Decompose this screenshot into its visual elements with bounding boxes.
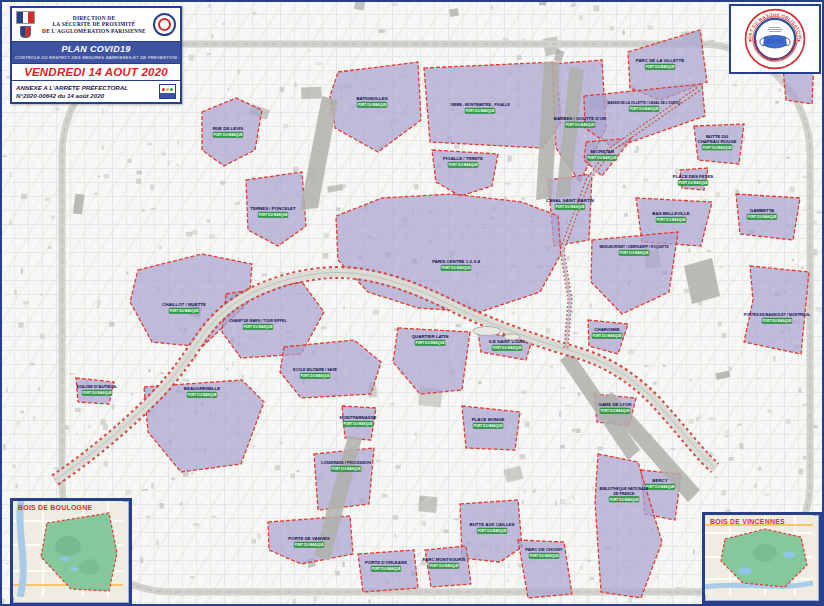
seine-inset [20, 501, 23, 597]
zone-badge-label: PORT DU MASQUE [343, 422, 372, 426]
inset-bois-de-vincennes: BOIS DE VINCENNES [702, 512, 822, 604]
zone-label: BERCY [652, 478, 667, 483]
zone-badge-label: PORT DU MASQUE [592, 334, 621, 338]
zone-label: PARC DE CHOISY [525, 547, 563, 552]
zone-label: ILE SAINT LOUIS [489, 339, 525, 344]
zone-badge-label: PORT DU MASQUE [702, 146, 731, 150]
zone-label: GARE DE LYON [598, 402, 631, 407]
zone-badge-label: PORT DU MASQUE [441, 266, 470, 270]
zone-badge-label: PORT DU MASQUE [415, 341, 444, 345]
direction-title: DIRECTION DE LA SÉCURITÉ DE PROXIMITÉ DE… [39, 15, 149, 35]
zone-badge-label: PORT DU MASQUE [555, 205, 584, 209]
zone-label: DE FRANCE [614, 492, 636, 496]
zone-label: GAMBETTA [750, 208, 775, 213]
seal-star-right: ★ [797, 38, 801, 43]
zone-badge-label: PORT DU MASQUE [529, 554, 558, 558]
zone-badge-label: PORT DU MASQUE [429, 564, 458, 568]
zone-label: ECOLE MILITAIRE / SAXE [293, 368, 337, 372]
zone-badge-label: PORT DU MASQUE [300, 374, 329, 378]
unit-logo-icon [159, 84, 176, 99]
mask-zone [694, 124, 744, 164]
zone-badge-label: PORT DU MASQUE [762, 319, 791, 323]
mask-zone [744, 266, 809, 354]
zone-badge-label: PORT DU MASQUE [82, 391, 111, 395]
zone-label: PARC DE LA VILLETTE [636, 58, 684, 63]
zone-badge-label: PORT DU MASQUE [477, 529, 506, 533]
zone-label: BEAUGRENELLE [184, 386, 220, 391]
zone-badge-label: PORT DU MASQUE [492, 346, 521, 350]
zone-label: PIGALLE / TRINITE [443, 156, 483, 161]
zone-label: BAS BELLEVILLE [652, 211, 689, 216]
zone-label: SECRETAN [590, 149, 614, 154]
zone-badge-label: PORT DU MASQUE [600, 409, 629, 413]
mask-seal: PORT DU MASQUE OBLIGATOIRE PORT DU MASQU… [744, 8, 806, 70]
zone-label: RUE DE LEVIS [213, 126, 244, 131]
zone-badge-label: PORT DU MASQUE [465, 109, 494, 113]
zone-badge-label: PORT DU MASQUE [678, 181, 707, 185]
inset-boulogne-label: BOIS DE BOULOGNE [18, 504, 92, 511]
zone-badge-label: PORT DU MASQUE [243, 325, 272, 329]
zone-label: BARBES / GOUTTE D'OR [554, 116, 607, 121]
zone-badge-label: PORT DU MASQUE [629, 107, 658, 111]
zone-badge-label: PORT DU MASQUE [187, 393, 216, 397]
zone-label: EGLISE D'AUTEUIL [77, 384, 118, 389]
plan-date: VENDREDI 14 AOUT 2020 [12, 64, 180, 81]
police-roundel-icon [153, 13, 176, 36]
zone-badge-label: PORT DU MASQUE [258, 213, 287, 217]
plan-subtitle: CONTROLE DU RESPECT DES MESURES BARRIERE… [14, 55, 178, 60]
zone-label: PORTE D'ORLEANS [365, 560, 407, 565]
zone-badge-label: PORT DU MASQUE [656, 218, 685, 222]
zone-label: BASSIN DE LA VILLETTE / CANAL DE L'OURCQ [608, 101, 681, 105]
zone-badge-label: PORT DU MASQUE [565, 123, 594, 127]
mask-obligatory-badge: PORT DU MASQUE OBLIGATOIRE PORT DU MASQU… [729, 4, 821, 74]
zone-label: CANAL SAINT MARTIN [546, 198, 594, 203]
zone-label: CHAPEAU ROUGE [697, 139, 736, 144]
zone-label: CHAILLOT / MUETTE [162, 302, 206, 307]
zone-badge-label: PORT DU MASQUE [294, 543, 323, 547]
seal-fine-print [767, 27, 783, 32]
zone-label: CHAMP DE MARS / TOUR EIFFEL [229, 319, 287, 323]
zone-label: LOSSERAND / PROCESSION [321, 461, 371, 465]
zone-label: CHARONNE [594, 327, 619, 332]
zone-label: BUTTE AUX CAILLES [470, 522, 515, 527]
annexe-text: ANNEXE A L'ARRETE PRÉFECTORAL N°2020-006… [16, 84, 128, 99]
mask-zone [680, 168, 708, 190]
zone-badge-label: PORT DU MASQUE [645, 65, 674, 69]
zone-badge-label: PORT DU MASQUE [473, 424, 502, 428]
zone-label: 18EME - MONTMARTRE - PIGALLE [450, 103, 510, 107]
zone-badge-label: PORT DU MASQUE [587, 156, 616, 160]
zone-badge-label: PORT DU MASQUE [619, 251, 648, 255]
zone-label: QUARTIER LATIN [412, 334, 449, 339]
zone-badge-label: PORT DU MASQUE [747, 215, 776, 219]
zone-label: PLACE DES FETES [673, 174, 714, 179]
header-direction-row: DIRECTION DE LA SÉCURITÉ DE PROXIMITÉ DE… [12, 8, 180, 42]
inset-vincennes-label: BOIS DE VINCENNES [710, 518, 785, 525]
zone-label: MONTPARNASSE [340, 415, 377, 420]
zone-label: MENILMONTANT / OBERKAMPF / ROQUETTE [599, 245, 668, 249]
zone-badge-label: PORT DU MASQUE [331, 467, 360, 471]
plan-title-band: PLAN COVID19 CONTROLE DU RESPECT DES MES… [12, 42, 180, 64]
plan-title: PLAN COVID19 [14, 44, 178, 54]
zone-label: BIBLIOTHEQUE NATIONALE [600, 487, 649, 491]
prefecture-shield-icon [20, 26, 31, 38]
zone-label: TERNES / PONCELET [250, 206, 296, 211]
zone-badge-label: PORT DU MASQUE [645, 485, 674, 489]
zone-badge-label: PORT DU MASQUE [357, 103, 386, 107]
zone-label: PARIS CENTRE 1-2-3-4 [432, 259, 480, 264]
zone-badge-label: PORT DU MASQUE [609, 498, 638, 502]
inset-bois-de-boulogne: BOIS DE BOULOGNE [10, 498, 132, 606]
zone-label: PORTE DE VANVES [288, 536, 329, 541]
french-flag-icon [16, 11, 35, 38]
seal-star-left: ★ [748, 38, 752, 43]
header-card: DIRECTION DE LA SÉCURITÉ DE PROXIMITÉ DE… [10, 6, 182, 104]
zone-label: PORTES DE BAGNOLET / MONTREUIL [744, 313, 811, 317]
covid-plan-map-page: RUE DE LEVISPORT DU MASQUEBATIGNOLLESPOR… [0, 0, 824, 606]
zone-label: PLACE MONGE [472, 417, 505, 422]
zone-badge-label: PORT DU MASQUE [448, 163, 477, 167]
annexe-row: ANNEXE A L'ARRETE PRÉFECTORAL N°2020-006… [12, 81, 180, 102]
zone-badge-label: PORT DU MASQUE [371, 567, 400, 571]
zone-badge-label: PORT DU MASQUE [169, 309, 198, 313]
zone-label: BATIGNOLLES [356, 96, 387, 101]
zone-badge-label: PORT DU MASQUE [213, 133, 242, 137]
zone-label: PARC MONTSOURIS [422, 557, 465, 562]
